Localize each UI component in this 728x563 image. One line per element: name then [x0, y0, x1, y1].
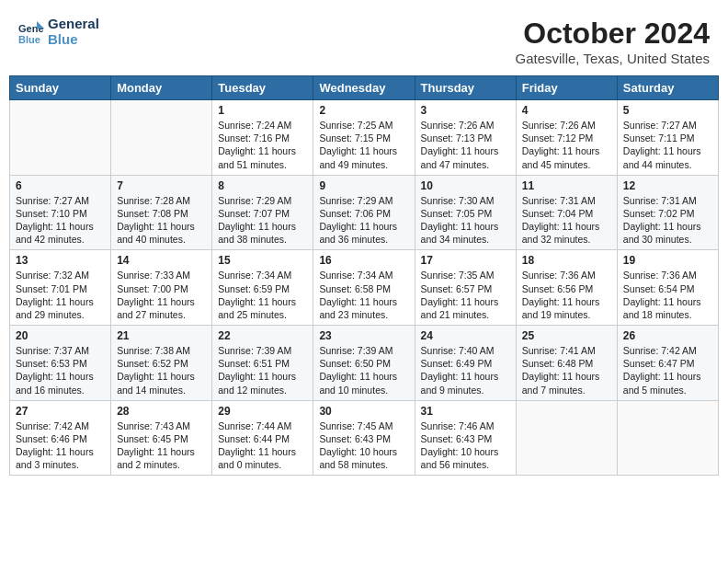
day-number: 24 — [421, 329, 510, 342]
day-info: Sunrise: 7:34 AM Sunset: 6:59 PM Dayligh… — [218, 269, 307, 321]
calendar-week-row: 20Sunrise: 7:37 AM Sunset: 6:53 PM Dayli… — [10, 326, 719, 401]
day-info: Sunrise: 7:24 AM Sunset: 7:16 PM Dayligh… — [218, 119, 307, 171]
day-number: 22 — [218, 329, 307, 342]
day-info: Sunrise: 7:28 AM Sunset: 7:08 PM Dayligh… — [117, 194, 206, 247]
calendar-cell: 10Sunrise: 7:30 AM Sunset: 7:05 PM Dayli… — [415, 175, 516, 250]
day-info: Sunrise: 7:45 AM Sunset: 6:43 PM Dayligh… — [319, 419, 408, 472]
page-title: October 2024 — [516, 17, 711, 51]
day-number: 17 — [421, 254, 510, 267]
calendar-week-row: 6Sunrise: 7:27 AM Sunset: 7:10 PM Daylig… — [10, 175, 719, 250]
day-number: 31 — [421, 405, 510, 418]
calendar-cell: 7Sunrise: 7:28 AM Sunset: 7:08 PM Daylig… — [111, 175, 212, 250]
day-info: Sunrise: 7:33 AM Sunset: 7:00 PM Dayligh… — [117, 269, 206, 321]
header-row: SundayMondayTuesdayWednesdayThursdayFrid… — [10, 76, 719, 100]
weekday-header: Monday — [111, 76, 212, 100]
calendar-cell — [10, 100, 111, 176]
calendar-cell: 30Sunrise: 7:45 AM Sunset: 6:43 PM Dayli… — [313, 400, 415, 476]
calendar-cell: 13Sunrise: 7:32 AM Sunset: 7:01 PM Dayli… — [10, 250, 111, 326]
calendar-cell — [516, 400, 617, 476]
calendar-cell: 21Sunrise: 7:38 AM Sunset: 6:52 PM Dayli… — [111, 326, 212, 401]
logo-line2: Blue — [48, 32, 99, 48]
day-number: 18 — [522, 254, 611, 267]
weekday-header: Wednesday — [313, 76, 415, 100]
day-info: Sunrise: 7:34 AM Sunset: 6:58 PM Dayligh… — [319, 269, 408, 321]
day-info: Sunrise: 7:38 AM Sunset: 6:52 PM Dayligh… — [117, 344, 206, 396]
calendar-cell: 17Sunrise: 7:35 AM Sunset: 6:57 PM Dayli… — [415, 250, 516, 326]
day-number: 16 — [319, 254, 408, 267]
page-header: General Blue General Blue October 2024 G… — [9, 9, 719, 70]
calendar-cell: 19Sunrise: 7:36 AM Sunset: 6:54 PM Dayli… — [617, 250, 718, 326]
calendar-cell: 14Sunrise: 7:33 AM Sunset: 7:00 PM Dayli… — [111, 250, 212, 326]
day-info: Sunrise: 7:42 AM Sunset: 6:46 PM Dayligh… — [16, 419, 105, 472]
svg-text:Blue: Blue — [18, 34, 40, 45]
day-info: Sunrise: 7:26 AM Sunset: 7:13 PM Dayligh… — [421, 119, 510, 171]
day-info: Sunrise: 7:39 AM Sunset: 6:50 PM Dayligh… — [319, 344, 408, 396]
day-number: 20 — [16, 329, 105, 342]
day-number: 29 — [218, 405, 307, 418]
day-number: 23 — [319, 329, 408, 342]
page-subtitle: Gatesville, Texas, United States — [516, 51, 711, 66]
day-number: 14 — [117, 254, 206, 267]
day-info: Sunrise: 7:30 AM Sunset: 7:05 PM Dayligh… — [421, 194, 510, 247]
day-number: 26 — [623, 329, 712, 342]
calendar-cell: 15Sunrise: 7:34 AM Sunset: 6:59 PM Dayli… — [212, 250, 313, 326]
day-info: Sunrise: 7:27 AM Sunset: 7:11 PM Dayligh… — [623, 119, 712, 171]
day-number: 11 — [522, 179, 611, 192]
day-number: 8 — [218, 179, 307, 192]
day-info: Sunrise: 7:31 AM Sunset: 7:02 PM Dayligh… — [623, 194, 712, 247]
day-info: Sunrise: 7:36 AM Sunset: 6:54 PM Dayligh… — [623, 269, 712, 321]
day-info: Sunrise: 7:36 AM Sunset: 6:56 PM Dayligh… — [522, 269, 611, 321]
calendar-cell: 20Sunrise: 7:37 AM Sunset: 6:53 PM Dayli… — [10, 326, 111, 401]
day-info: Sunrise: 7:27 AM Sunset: 7:10 PM Dayligh… — [16, 194, 105, 247]
day-info: Sunrise: 7:40 AM Sunset: 6:49 PM Dayligh… — [421, 344, 510, 396]
calendar-cell: 2Sunrise: 7:25 AM Sunset: 7:15 PM Daylig… — [313, 100, 415, 176]
calendar-cell — [617, 400, 718, 476]
day-number: 3 — [421, 104, 510, 117]
calendar-cell: 6Sunrise: 7:27 AM Sunset: 7:10 PM Daylig… — [10, 175, 111, 250]
calendar-cell: 31Sunrise: 7:46 AM Sunset: 6:43 PM Dayli… — [415, 400, 516, 476]
day-number: 2 — [319, 104, 408, 117]
calendar-cell: 23Sunrise: 7:39 AM Sunset: 6:50 PM Dayli… — [313, 326, 415, 401]
calendar-body: 1Sunrise: 7:24 AM Sunset: 7:16 PM Daylig… — [10, 100, 719, 476]
calendar-cell: 9Sunrise: 7:29 AM Sunset: 7:06 PM Daylig… — [313, 175, 415, 250]
day-number: 19 — [623, 254, 712, 267]
day-info: Sunrise: 7:42 AM Sunset: 6:47 PM Dayligh… — [623, 344, 712, 396]
day-info: Sunrise: 7:41 AM Sunset: 6:48 PM Dayligh… — [522, 344, 611, 396]
day-info: Sunrise: 7:29 AM Sunset: 7:06 PM Dayligh… — [319, 194, 408, 247]
weekday-header: Thursday — [415, 76, 516, 100]
calendar-week-row: 13Sunrise: 7:32 AM Sunset: 7:01 PM Dayli… — [10, 250, 719, 326]
calendar-cell — [111, 100, 212, 176]
day-number: 5 — [623, 104, 712, 117]
day-info: Sunrise: 7:37 AM Sunset: 6:53 PM Dayligh… — [16, 344, 105, 396]
day-info: Sunrise: 7:31 AM Sunset: 7:04 PM Dayligh… — [522, 194, 611, 247]
calendar-cell: 27Sunrise: 7:42 AM Sunset: 6:46 PM Dayli… — [10, 400, 111, 476]
day-info: Sunrise: 7:26 AM Sunset: 7:12 PM Dayligh… — [522, 119, 611, 171]
weekday-header: Saturday — [617, 76, 718, 100]
calendar-cell: 1Sunrise: 7:24 AM Sunset: 7:16 PM Daylig… — [212, 100, 313, 176]
day-number: 27 — [16, 405, 105, 418]
calendar-cell: 4Sunrise: 7:26 AM Sunset: 7:12 PM Daylig… — [516, 100, 617, 176]
calendar-cell: 24Sunrise: 7:40 AM Sunset: 6:49 PM Dayli… — [415, 326, 516, 401]
day-info: Sunrise: 7:35 AM Sunset: 6:57 PM Dayligh… — [421, 269, 510, 321]
calendar-week-row: 1Sunrise: 7:24 AM Sunset: 7:16 PM Daylig… — [10, 100, 719, 176]
calendar-cell: 22Sunrise: 7:39 AM Sunset: 6:51 PM Dayli… — [212, 326, 313, 401]
logo-line1: General — [48, 17, 99, 32]
calendar-cell: 5Sunrise: 7:27 AM Sunset: 7:11 PM Daylig… — [617, 100, 718, 176]
logo-icon: General Blue — [18, 19, 44, 45]
day-number: 6 — [16, 179, 105, 192]
day-info: Sunrise: 7:25 AM Sunset: 7:15 PM Dayligh… — [319, 119, 408, 171]
calendar-cell: 26Sunrise: 7:42 AM Sunset: 6:47 PM Dayli… — [617, 326, 718, 401]
calendar-cell: 28Sunrise: 7:43 AM Sunset: 6:45 PM Dayli… — [111, 400, 212, 476]
title-block: October 2024 Gatesville, Texas, United S… — [516, 17, 711, 66]
day-number: 21 — [117, 329, 206, 342]
calendar-cell: 25Sunrise: 7:41 AM Sunset: 6:48 PM Dayli… — [516, 326, 617, 401]
calendar-cell: 11Sunrise: 7:31 AM Sunset: 7:04 PM Dayli… — [516, 175, 617, 250]
calendar-cell: 16Sunrise: 7:34 AM Sunset: 6:58 PM Dayli… — [313, 250, 415, 326]
day-info: Sunrise: 7:29 AM Sunset: 7:07 PM Dayligh… — [218, 194, 307, 247]
day-number: 15 — [218, 254, 307, 267]
day-number: 9 — [319, 179, 408, 192]
logo: General Blue General Blue — [18, 17, 99, 47]
day-number: 28 — [117, 405, 206, 418]
weekday-header: Sunday — [10, 76, 111, 100]
day-number: 13 — [16, 254, 105, 267]
